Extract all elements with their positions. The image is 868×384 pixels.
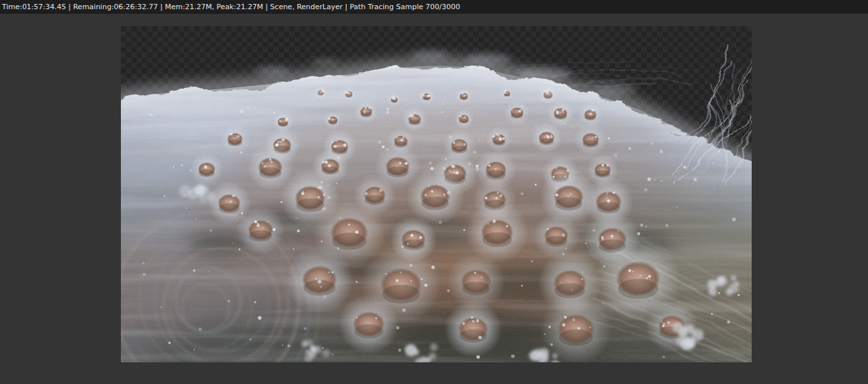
render-status-text: Time:01:57:34.45 | Remaining:06:26:32.77… [2,0,460,14]
render-status-bar: Time:01:57:34.45 | Remaining:06:26:32.77… [0,0,868,14]
render-texture-layer [121,26,752,362]
image-editor-viewport[interactable] [0,14,868,384]
render-canvas [121,26,752,362]
blender-render-window: Time:01:57:34.45 | Remaining:06:26:32.77… [0,0,868,384]
render-result-image [121,26,752,362]
